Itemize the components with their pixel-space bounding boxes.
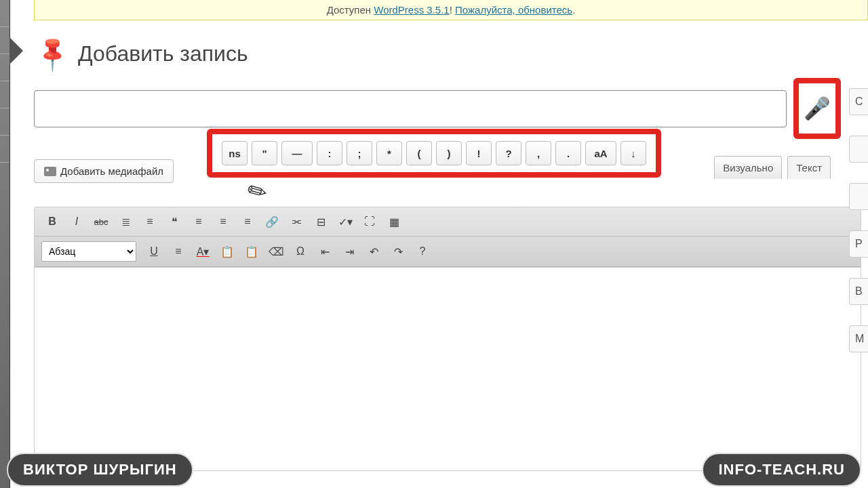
add-media-label: Добавить медиафайл: [60, 165, 163, 177]
unlink-button[interactable]: ⫘: [285, 212, 307, 231]
punct-ns-button[interactable]: ns: [222, 141, 248, 165]
punct-semicolon-button[interactable]: ;: [347, 141, 372, 165]
tab-text[interactable]: Текст: [787, 156, 831, 179]
special-char-button[interactable]: Ω: [290, 242, 311, 261]
align-center-button[interactable]: ≡: [212, 212, 234, 231]
underline-button[interactable]: U: [143, 242, 165, 261]
sidebar-item[interactable]: [0, 108, 9, 136]
indent-button[interactable]: ⇥: [338, 242, 360, 261]
punct-colon-button[interactable]: :: [317, 141, 342, 165]
punct-down-button[interactable]: ↓: [620, 141, 646, 165]
text-color-button[interactable]: A▾: [192, 242, 214, 261]
microphone-highlight: 🎤: [793, 78, 841, 139]
admin-sidebar: [0, 0, 10, 488]
align-left-button[interactable]: ≡: [188, 212, 210, 231]
update-link[interactable]: Пожалуйста, обновитесь: [455, 4, 572, 16]
redo-button[interactable]: ↷: [387, 242, 409, 261]
side-panel-stub[interactable]: С: [849, 88, 868, 115]
side-metaboxes: С Р В М: [849, 88, 868, 427]
punct-dash-button[interactable]: —: [281, 141, 313, 165]
help-button[interactable]: ?: [412, 242, 433, 261]
paste-text-button[interactable]: 📋: [216, 242, 238, 261]
sidebar-collapse-arrow[interactable]: [9, 37, 23, 64]
editor-content-area[interactable]: [34, 268, 861, 471]
more-button[interactable]: ⊟: [310, 212, 332, 231]
punct-period-button[interactable]: .: [555, 141, 581, 165]
side-panel-stub[interactable]: В: [849, 278, 868, 305]
punct-case-button[interactable]: аА: [585, 141, 616, 165]
sidebar-item[interactable]: [0, 27, 9, 54]
wordpress-version-link[interactable]: WordPress 3.5.1: [374, 4, 449, 16]
punct-asterisk-button[interactable]: *: [376, 141, 402, 165]
italic-button[interactable]: I: [66, 212, 87, 231]
side-panel-stub[interactable]: М: [849, 325, 868, 352]
post-title-input[interactable]: [34, 90, 787, 127]
kitchen-sink-button[interactable]: ▦: [383, 212, 405, 231]
blockquote-button[interactable]: ❝: [163, 212, 185, 231]
update-suffix: .: [572, 4, 575, 16]
justify-button[interactable]: ≡: [167, 242, 189, 261]
update-notice: Доступен WordPress 3.5.1! Пожалуйста, об…: [34, 0, 868, 20]
add-media-button[interactable]: Добавить медиафайл: [34, 159, 174, 183]
sidebar-item[interactable]: [0, 54, 9, 81]
punct-quote-button[interactable]: ": [252, 141, 277, 165]
punct-exclaim-button[interactable]: !: [466, 141, 492, 165]
editor-toolbar: B I abc ≣ ≡ ❝ ≡ ≡ ≡ 🔗 ⫘ ⊟ ✓▾ ⛶ ▦ Абзац: [34, 207, 861, 268]
sidebar-item[interactable]: [0, 0, 9, 27]
link-button[interactable]: 🔗: [261, 212, 283, 231]
microphone-icon[interactable]: 🎤: [804, 96, 831, 121]
side-panel-stub[interactable]: Р: [849, 230, 868, 258]
media-icon: [44, 167, 56, 176]
strike-button[interactable]: abc: [90, 212, 112, 231]
format-select[interactable]: Абзац: [41, 241, 136, 262]
pin-icon: 📌: [32, 33, 74, 75]
punct-paren-close-button[interactable]: ): [436, 141, 462, 165]
align-right-button[interactable]: ≡: [237, 212, 258, 231]
punctuation-toolbar-highlight: ns " — : ; * ( ) ! ? , . аА ↓: [207, 129, 661, 178]
erase-format-button[interactable]: ⌫: [265, 242, 287, 261]
side-panel-stub[interactable]: [849, 183, 868, 210]
sidebar-item[interactable]: [0, 136, 9, 163]
update-prefix: Доступен: [327, 4, 374, 16]
cursor-pencil-icon: ✎: [242, 176, 272, 209]
page-title: Добавить запись: [78, 41, 248, 66]
number-list-button[interactable]: ≡: [139, 212, 161, 231]
punct-paren-open-button[interactable]: (: [406, 141, 432, 165]
bullet-list-button[interactable]: ≣: [115, 212, 136, 231]
paste-word-button[interactable]: 📋: [241, 242, 262, 261]
tab-visual[interactable]: Визуально: [714, 156, 782, 179]
punct-question-button[interactable]: ?: [496, 141, 521, 165]
fullscreen-button[interactable]: ⛶: [359, 212, 380, 231]
sidebar-item[interactable]: [0, 81, 9, 108]
spellcheck-button[interactable]: ✓▾: [334, 212, 356, 231]
side-panel-stub[interactable]: [849, 136, 868, 163]
bold-button[interactable]: B: [41, 212, 63, 231]
outdent-button[interactable]: ⇤: [314, 242, 336, 261]
punct-comma-button[interactable]: ,: [526, 141, 551, 165]
undo-button[interactable]: ↶: [363, 242, 384, 261]
update-mid: !: [450, 4, 455, 16]
